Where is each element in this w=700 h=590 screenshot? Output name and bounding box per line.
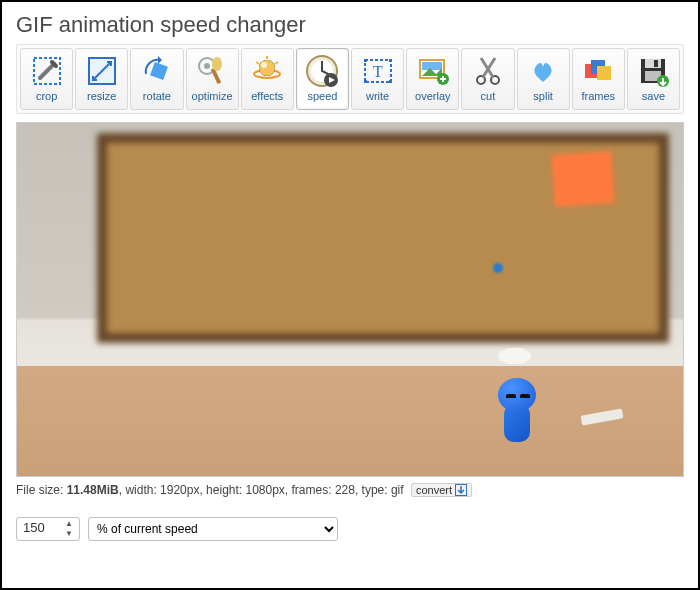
preview-blue-figure bbox=[496, 374, 538, 442]
write-button[interactable]: T write bbox=[351, 48, 404, 110]
crop-button[interactable]: crop bbox=[20, 48, 73, 110]
app-frame: GIF animation speed changer crop bbox=[0, 0, 700, 590]
type-value: gif bbox=[391, 483, 404, 497]
rotate-icon bbox=[139, 53, 175, 89]
optimize-button[interactable]: optimize bbox=[186, 48, 239, 110]
svg-point-4 bbox=[204, 63, 210, 69]
height-label: , height: bbox=[199, 483, 245, 497]
save-icon bbox=[635, 53, 671, 89]
preview-sticky-note bbox=[551, 151, 614, 207]
speed-value-text: 150 bbox=[23, 520, 45, 535]
overlay-button[interactable]: overlay bbox=[406, 48, 459, 110]
file-metadata: File size: 11.48MiB, width: 1920px, heig… bbox=[16, 483, 684, 497]
cut-icon bbox=[470, 53, 506, 89]
cut-label: cut bbox=[481, 91, 496, 102]
save-button[interactable]: save bbox=[627, 48, 680, 110]
speed-controls: 150 ▲ ▼ % of current speed bbox=[16, 517, 684, 541]
frames-value: 228 bbox=[335, 483, 355, 497]
speed-unit-select[interactable]: % of current speed bbox=[88, 517, 338, 541]
optimize-icon bbox=[194, 53, 230, 89]
preview-pin bbox=[493, 263, 503, 273]
spinner-down-icon[interactable]: ▼ bbox=[65, 530, 77, 538]
convert-label: convert bbox=[416, 484, 452, 496]
split-button[interactable]: split bbox=[517, 48, 570, 110]
height-value: 1080px bbox=[245, 483, 284, 497]
resize-button[interactable]: resize bbox=[75, 48, 128, 110]
frames-button[interactable]: frames bbox=[572, 48, 625, 110]
rotate-button[interactable]: rotate bbox=[130, 48, 183, 110]
split-icon bbox=[525, 53, 561, 89]
download-arrow-icon bbox=[455, 484, 467, 496]
speed-label: speed bbox=[307, 91, 337, 102]
filesize-value: 11.48MiB bbox=[67, 483, 119, 497]
width-value: 1920px bbox=[160, 483, 199, 497]
crop-label: crop bbox=[36, 91, 57, 102]
save-label: save bbox=[642, 91, 665, 102]
frames-label: frames bbox=[581, 91, 615, 102]
resize-icon bbox=[84, 53, 120, 89]
svg-rect-16 bbox=[364, 59, 367, 62]
svg-point-10 bbox=[261, 62, 267, 68]
write-icon: T bbox=[360, 53, 396, 89]
frames-icon bbox=[580, 53, 616, 89]
optimize-label: optimize bbox=[192, 91, 233, 102]
preview-thought-cloud bbox=[502, 348, 528, 364]
effects-button[interactable]: effects bbox=[241, 48, 294, 110]
frames-label: , frames: bbox=[285, 483, 335, 497]
speed-value-input[interactable]: 150 ▲ ▼ bbox=[16, 517, 80, 541]
type-label: , type: bbox=[355, 483, 391, 497]
convert-button[interactable]: convert bbox=[411, 483, 472, 497]
rotate-label: rotate bbox=[143, 91, 171, 102]
svg-rect-21 bbox=[422, 62, 442, 70]
svg-rect-17 bbox=[389, 59, 392, 62]
svg-rect-2 bbox=[150, 62, 168, 80]
write-label: write bbox=[366, 91, 389, 102]
number-spinner[interactable]: ▲ ▼ bbox=[65, 520, 77, 538]
svg-rect-19 bbox=[389, 80, 392, 83]
resize-label: resize bbox=[87, 91, 116, 102]
speed-button[interactable]: speed bbox=[296, 48, 349, 110]
filesize-label: File size: bbox=[16, 483, 67, 497]
svg-rect-29 bbox=[645, 59, 661, 68]
effects-icon bbox=[249, 53, 285, 89]
svg-rect-30 bbox=[654, 60, 658, 67]
toolbar: crop resize rotate bbox=[16, 44, 684, 114]
gif-preview bbox=[16, 122, 684, 477]
width-label: , width: bbox=[119, 483, 160, 497]
split-label: split bbox=[533, 91, 553, 102]
svg-rect-27 bbox=[597, 66, 611, 80]
cut-button[interactable]: cut bbox=[461, 48, 514, 110]
speed-icon bbox=[304, 53, 340, 89]
svg-text:T: T bbox=[373, 63, 383, 80]
overlay-icon bbox=[415, 53, 451, 89]
overlay-label: overlay bbox=[415, 91, 450, 102]
spinner-up-icon[interactable]: ▲ bbox=[65, 520, 77, 528]
effects-label: effects bbox=[251, 91, 283, 102]
crop-icon bbox=[29, 53, 65, 89]
svg-point-6 bbox=[212, 57, 222, 71]
page-title: GIF animation speed changer bbox=[16, 12, 684, 38]
svg-rect-18 bbox=[364, 80, 367, 83]
svg-point-9 bbox=[259, 60, 275, 76]
